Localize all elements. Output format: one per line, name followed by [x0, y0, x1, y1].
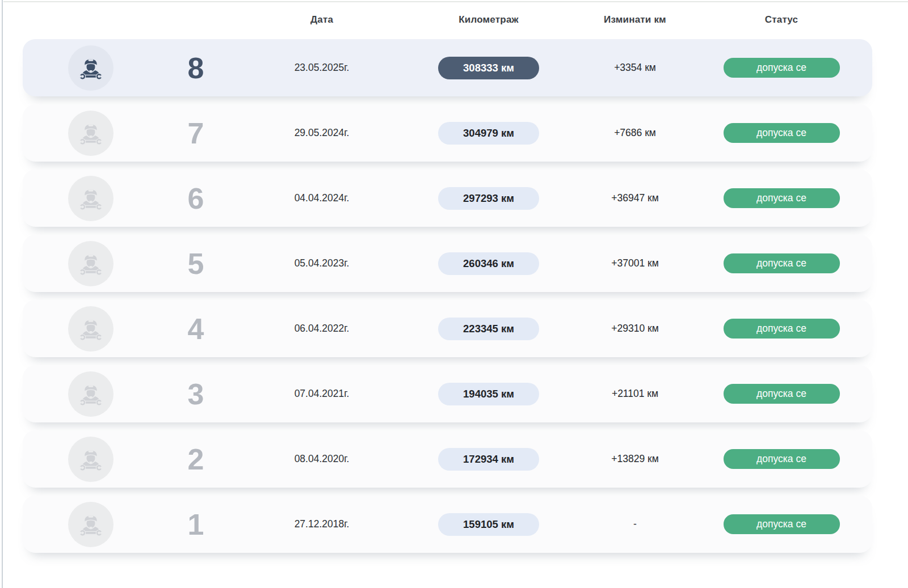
table-row[interactable]: 1 27.12.2018г. 159105 км - допуска се: [23, 496, 872, 553]
status-badge: допуска се: [724, 449, 840, 469]
traveled-km: +37001 км: [566, 257, 704, 269]
table-row[interactable]: 7 29.05.2024г. 304979 км +7686 км допуск…: [23, 104, 872, 162]
traveled-km: +36947 км: [566, 192, 704, 204]
inspection-date: 08.04.2020г.: [233, 453, 411, 465]
avatar: [68, 502, 114, 547]
avatar: [68, 371, 114, 417]
mileage-badge: 297293 км: [438, 187, 539, 210]
table-row[interactable]: 5 05.04.2023г. 260346 км +37001 км допус…: [23, 235, 872, 292]
traveled-km: +21101 км: [566, 388, 704, 400]
mechanic-icon: [75, 116, 107, 150]
inspection-date: 06.04.2022г.: [233, 323, 411, 335]
inspection-date: 23.05.2025г.: [233, 62, 411, 74]
column-header-traveled: Изминати км: [566, 14, 704, 26]
status-badge: допуска се: [724, 319, 840, 339]
traveled-km: +3354 км: [566, 62, 704, 74]
table-row[interactable]: 2 08.04.2020г. 172934 км +13829 км допус…: [23, 430, 872, 488]
mechanic-icon: [75, 247, 107, 281]
inspection-date: 07.04.2021г.: [233, 388, 411, 400]
traveled-km: -: [566, 518, 704, 530]
avatar: [68, 241, 114, 286]
mileage-badge: 260346 км: [438, 252, 539, 275]
inspection-date: 27.12.2018г.: [233, 518, 411, 530]
avatar-cell: [23, 502, 159, 547]
avatar-cell: [23, 241, 159, 286]
avatar: [68, 306, 114, 352]
inspection-number: 1: [159, 507, 233, 542]
column-header-status: Статус: [704, 14, 859, 26]
table-row[interactable]: 8 23.05.2025г. 308333 км +3354 км допуск…: [23, 39, 872, 96]
traveled-km: +29310 км: [566, 323, 704, 335]
inspection-history-panel: Дата Километраж Изминати км Статус: [0, 0, 908, 553]
status-badge: допуска се: [724, 253, 840, 273]
mileage-badge: 194035 км: [438, 383, 539, 405]
avatar-cell: [23, 306, 159, 352]
mileage-badge: 159105 км: [438, 513, 539, 536]
inspection-number: 5: [159, 247, 233, 281]
traveled-km: +7686 км: [566, 127, 704, 139]
mechanic-icon: [75, 181, 107, 215]
avatar-cell: [23, 437, 159, 482]
inspection-date: 29.05.2024г.: [233, 127, 411, 139]
avatar: [68, 111, 114, 156]
mechanic-icon: [75, 442, 107, 476]
avatar-cell: [23, 111, 159, 156]
traveled-km: +13829 км: [566, 453, 704, 465]
inspection-number: 6: [159, 181, 233, 215]
mechanic-icon: [75, 377, 107, 411]
inspection-number: 4: [159, 312, 233, 346]
status-badge: допуска се: [724, 514, 840, 534]
avatar-cell: [23, 176, 159, 221]
avatar-cell: [23, 45, 159, 91]
inspection-number: 2: [159, 442, 233, 476]
inspection-date: 04.04.2024г.: [233, 192, 411, 204]
avatar: [68, 437, 114, 482]
mileage-badge: 304979 км: [438, 122, 539, 145]
status-badge: допуска се: [724, 123, 840, 143]
table-header: Дата Километраж Изминати км Статус: [23, 0, 872, 39]
inspection-list: 8 23.05.2025г. 308333 км +3354 км допуск…: [23, 39, 872, 553]
table-row[interactable]: 4 06.04.2022г. 223345 км +29310 км допус…: [23, 300, 872, 357]
inspection-date: 05.04.2023г.: [233, 257, 411, 269]
avatar-cell: [23, 371, 159, 417]
mileage-badge: 308333 км: [438, 57, 539, 79]
inspection-number: 3: [159, 377, 233, 411]
avatar: [68, 176, 114, 221]
table-row[interactable]: 6 04.04.2024г. 297293 км +36947 км допус…: [23, 170, 872, 227]
status-badge: допуска се: [724, 384, 840, 404]
column-header-date: Дата: [233, 14, 411, 26]
table-row[interactable]: 3 07.04.2021г. 194035 км +21101 км допус…: [23, 365, 872, 422]
mileage-badge: 223345 км: [438, 318, 539, 340]
mechanic-icon: [75, 507, 107, 542]
panel-top-border: [3, 1, 908, 2]
inspection-number: 7: [159, 116, 233, 150]
mileage-badge: 172934 км: [438, 448, 539, 471]
status-badge: допуска се: [724, 58, 840, 78]
status-badge: допуска се: [724, 188, 840, 208]
inspection-number: 8: [159, 51, 233, 85]
mechanic-icon: [75, 51, 107, 85]
column-header-mileage: Километраж: [411, 14, 566, 26]
avatar: [68, 45, 114, 91]
mechanic-icon: [75, 312, 107, 346]
panel-left-border: [2, 0, 3, 588]
